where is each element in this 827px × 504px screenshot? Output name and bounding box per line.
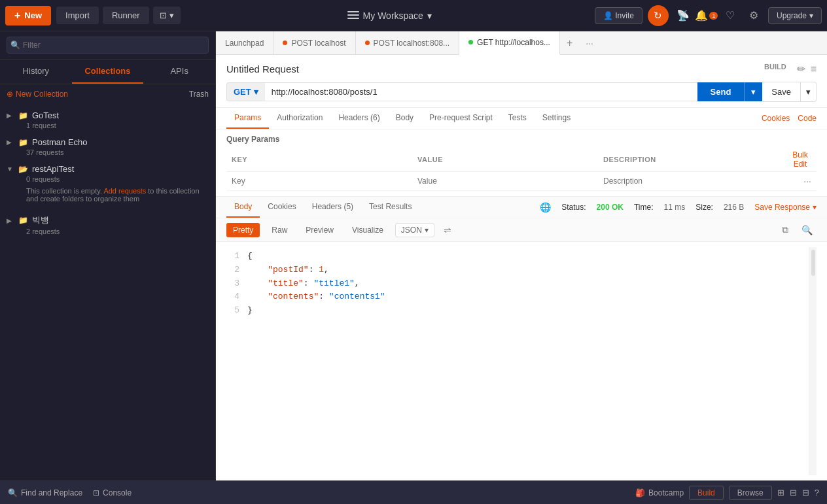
req-tab-params[interactable]: Params	[226, 108, 269, 129]
collection-item-bigbang[interactable]: ▶ 📁 빅뱅 2 requests	[0, 210, 215, 239]
scrollbar-track[interactable]	[809, 247, 817, 475]
row-actions-button[interactable]: ···	[803, 176, 811, 186]
scrollbar-thumb[interactable]	[811, 250, 815, 276]
bootcamp-button[interactable]: 🎒 Bootcamp	[635, 488, 684, 497]
folder-icon: 📁	[18, 138, 28, 147]
format-type-label: JSON	[401, 226, 422, 235]
tab-get-localhost[interactable]: GET http://localhos...	[459, 31, 560, 55]
runner-button[interactable]: Runner	[103, 7, 149, 24]
format-raw-button[interactable]: Raw	[265, 223, 294, 237]
code-link[interactable]: Code	[798, 114, 817, 123]
top-right-actions: 👤 Invite ↻ 📡 🔔1 ♡ ⚙ Upgrade ▾	[595, 5, 822, 26]
radio-waves-icon[interactable]: 📡	[674, 7, 692, 25]
more-tabs-button[interactable]: ···	[579, 38, 600, 48]
new-collection-button[interactable]: ⊕ New Collection	[7, 90, 68, 99]
layout-icon-3[interactable]: ⊟	[802, 488, 809, 497]
req-tab-pre-request[interactable]: Pre-request Script	[421, 108, 501, 129]
workspace-grid-icon	[347, 11, 359, 20]
query-params-title: Query Params	[226, 135, 817, 144]
sidebar-tab-history[interactable]: History	[0, 59, 72, 84]
collection-item-postman-echo[interactable]: ▶ 📁 Postman Echo 37 requests	[0, 133, 215, 160]
resp-tab-test-results[interactable]: Test Results	[361, 197, 419, 218]
bootcamp-label: Bootcamp	[648, 488, 684, 497]
help-icon[interactable]: ?	[815, 488, 819, 497]
add-tab-button[interactable]: +	[560, 37, 579, 49]
format-preview-button[interactable]: Preview	[299, 223, 340, 237]
build-mode-button[interactable]: Build	[689, 486, 724, 500]
layout-icon-1[interactable]: ⊞	[777, 488, 784, 497]
add-requests-link[interactable]: Add requests	[103, 187, 146, 195]
sidebar-filter-input[interactable]	[7, 37, 209, 54]
collection-header-bigbang: ▶ 📁 빅뱅	[7, 214, 209, 226]
format-pretty-button[interactable]: Pretty	[226, 223, 260, 237]
cookies-link[interactable]: Cookies	[762, 114, 790, 123]
chevron-right-icon: ▶	[7, 139, 14, 146]
request-area: Untitled Request BUILD ✏ ≡ GET ▾ Send ▾ …	[216, 55, 827, 108]
wrap-lines-button[interactable]: ⇌	[440, 223, 455, 237]
tab-post-localhost[interactable]: POST localhost	[273, 31, 355, 55]
bulk-edit-button[interactable]: Bulk Edit	[789, 150, 811, 169]
workspace-button[interactable]: My Workspace ▾	[347, 10, 432, 21]
console-button[interactable]: ⊡ Console	[93, 488, 132, 497]
sidebar-tab-apis[interactable]: APIs	[143, 59, 215, 84]
tab-dot-green	[468, 40, 473, 44]
save-response-button[interactable]: Save Response ▾	[754, 203, 817, 212]
upgrade-chevron-icon: ▾	[809, 11, 813, 20]
settings-icon[interactable]: ⚙	[745, 7, 763, 25]
save-response-label: Save Response	[754, 203, 810, 212]
upgrade-button[interactable]: Upgrade ▾	[768, 7, 822, 24]
method-label: GET	[234, 87, 251, 97]
invite-label: Invite	[615, 11, 634, 20]
format-visualize-button[interactable]: Visualize	[345, 223, 390, 237]
heart-icon[interactable]: ♡	[721, 7, 739, 25]
import-button[interactable]: Import	[56, 7, 99, 24]
description-button[interactable]: ≡	[811, 63, 817, 75]
resp-tab-body[interactable]: Body	[226, 197, 260, 218]
edit-title-button[interactable]: ✏	[797, 63, 805, 75]
response-size: 216 B	[724, 203, 744, 212]
send-button[interactable]: Send	[697, 82, 745, 101]
req-tab-headers[interactable]: Headers (6)	[330, 108, 387, 129]
req-tab-body[interactable]: Body	[388, 108, 421, 129]
send-dropdown-button[interactable]: ▾	[744, 82, 762, 101]
collections-list: ▶ 📁 GoTest 1 request ▶ 📁 Postman Echo 37…	[0, 104, 215, 480]
console-icon: ⊡	[93, 488, 99, 497]
collection-name-postman-echo: Postman Echo	[32, 137, 88, 147]
sidebar-tab-collections[interactable]: Collections	[72, 59, 144, 84]
value-input[interactable]	[417, 176, 593, 186]
notifications-icon[interactable]: 🔔1	[697, 7, 716, 25]
layout-icon-2[interactable]: ⊟	[790, 488, 797, 497]
response-code-area: 1 { 2 "postId": 1, 3 "title": "title1", …	[226, 247, 809, 475]
workspace-chevron-icon: ▾	[427, 10, 432, 21]
url-input[interactable]	[265, 82, 697, 101]
resp-tab-headers[interactable]: Headers (5)	[304, 197, 361, 218]
resp-tab-cookies[interactable]: Cookies	[260, 197, 304, 218]
method-select[interactable]: GET ▾	[226, 82, 265, 101]
description-header: DESCRIPTION	[598, 148, 784, 172]
search-response-button[interactable]: 🔍	[798, 222, 817, 237]
trash-button[interactable]: Trash	[189, 90, 209, 99]
tab-launchpad[interactable]: Launchpad	[216, 31, 273, 55]
save-button[interactable]: Save	[762, 82, 801, 102]
description-input[interactable]	[603, 176, 779, 186]
chevron-right-icon: ▶	[7, 112, 14, 119]
collection-name-bigbang: 빅뱅	[32, 214, 49, 226]
format-type-select[interactable]: JSON ▾	[395, 223, 434, 237]
tab-post-localhost-808[interactable]: POST localhost:808...	[356, 31, 460, 55]
save-dropdown-button[interactable]: ▾	[801, 82, 817, 102]
workspace-center: My Workspace ▾	[185, 10, 595, 21]
browse-mode-button[interactable]: Browse	[729, 486, 772, 500]
collection-item-gotest[interactable]: ▶ 📁 GoTest 1 request	[0, 107, 215, 133]
sync-icon[interactable]: ↻	[648, 5, 669, 26]
chevron-right-icon: ▶	[7, 217, 14, 224]
find-replace-button[interactable]: 🔍 Find and Replace	[8, 488, 82, 497]
invite-button[interactable]: 👤 Invite	[595, 7, 642, 24]
req-tab-settings[interactable]: Settings	[535, 108, 578, 129]
req-tab-authorization[interactable]: Authorization	[269, 108, 330, 129]
new-button[interactable]: + New	[5, 6, 51, 25]
req-tab-tests[interactable]: Tests	[501, 108, 535, 129]
key-input[interactable]	[232, 176, 407, 186]
collection-item-rest-api-test[interactable]: ▼ 📂 restApiTest 0 requests This collecti…	[0, 160, 215, 210]
copy-response-button[interactable]: ⧉	[778, 222, 792, 237]
capture-button[interactable]: ⊡ ▾	[153, 7, 181, 24]
